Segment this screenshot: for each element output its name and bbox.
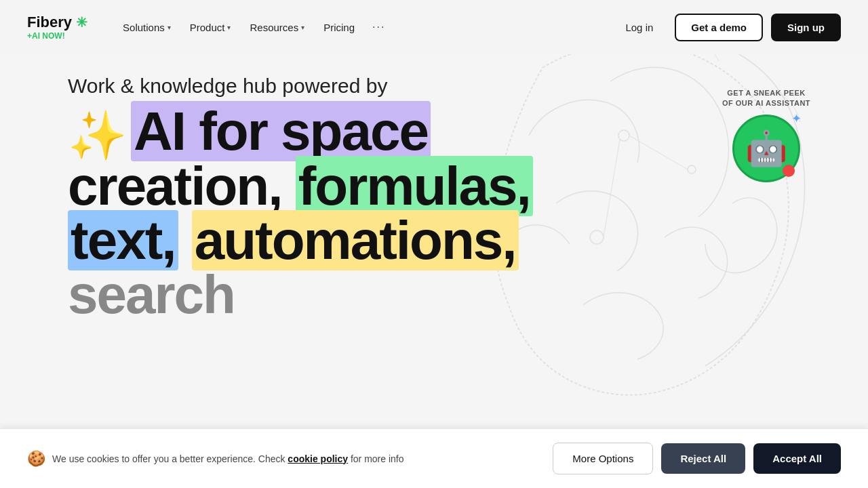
highlight-formulas: formulas, xyxy=(296,156,533,216)
highlight-space: AI for space xyxy=(131,101,431,161)
ai-badge: +AI NOW! xyxy=(27,31,87,41)
nav-links: Solutions ▾ Product ▾ Resources ▾ Pricin… xyxy=(115,16,612,39)
chevron-down-icon: ▾ xyxy=(301,24,304,31)
ai-robot-avatar: 🤖 ✦ xyxy=(732,115,800,182)
cookie-text-before: We use cookies to offer you a better exp… xyxy=(52,453,285,464)
nav-product[interactable]: Product ▾ xyxy=(182,16,239,39)
nav-more-label: ··· xyxy=(372,21,385,33)
live-indicator xyxy=(783,165,795,177)
cookie-buttons: More Options Reject All Accept All xyxy=(553,443,841,474)
more-options-button[interactable]: More Options xyxy=(553,443,653,474)
robot-icon: 🤖 xyxy=(745,129,787,168)
nav-pricing[interactable]: Pricing xyxy=(315,16,363,39)
logo[interactable]: Fibery ✳ +AI NOW! xyxy=(27,14,87,41)
nav-product-label: Product xyxy=(190,22,225,33)
nav-resources-label: Resources xyxy=(250,22,298,33)
hero-line-4: search xyxy=(68,268,834,322)
highlight-text: text, xyxy=(68,210,178,270)
sparkle-icon: ✨ xyxy=(68,112,125,159)
nav-right: Log in Get a demo Sign up xyxy=(612,14,841,41)
cookie-text-container: 🍪 We use cookies to offer you a better e… xyxy=(27,450,553,468)
nav-pricing-label: Pricing xyxy=(323,22,355,33)
nav-resources[interactable]: Resources ▾ xyxy=(241,16,313,39)
cookie-text-after: for more info xyxy=(351,453,404,464)
logo-icon: ✳ xyxy=(76,14,87,30)
cookie-icon: 🍪 xyxy=(27,450,45,468)
logo-wordmark: Fibery ✳ xyxy=(27,14,87,31)
nav-solutions[interactable]: Solutions ▾ xyxy=(115,16,179,39)
nav-solutions-label: Solutions xyxy=(123,22,165,33)
login-button[interactable]: Log in xyxy=(612,15,667,40)
reject-all-button[interactable]: Reject All xyxy=(661,443,745,474)
navbar: Fibery ✳ +AI NOW! Solutions ▾ Product ▾ … xyxy=(0,0,868,54)
get-demo-button[interactable]: Get a demo xyxy=(675,14,763,41)
cookie-policy-link[interactable]: cookie policy xyxy=(288,453,348,464)
cookie-banner: 🍪 We use cookies to offer you a better e… xyxy=(0,428,868,488)
cookie-message: We use cookies to offer you a better exp… xyxy=(52,453,404,464)
ai-sneak-peek-label: GET A SNEAK PEEKOF OUR AI ASSISTANT xyxy=(705,88,827,109)
highlight-automations: automations, xyxy=(192,210,519,270)
chevron-down-icon: ▾ xyxy=(227,24,231,31)
signup-button[interactable]: Sign up xyxy=(771,14,841,41)
chevron-down-icon: ▾ xyxy=(167,24,171,31)
nav-more[interactable]: ··· xyxy=(366,16,392,39)
accept-all-button[interactable]: Accept All xyxy=(753,443,841,474)
ai-sneak-peek-card[interactable]: GET A SNEAK PEEKOF OUR AI ASSISTANT 🤖 ✦ xyxy=(705,88,827,182)
logo-text-label: Fibery xyxy=(27,14,72,31)
hero-line-3: text, automations, xyxy=(68,214,834,268)
hero-search-label: search xyxy=(68,264,235,325)
star-icon: ✦ xyxy=(791,111,802,126)
